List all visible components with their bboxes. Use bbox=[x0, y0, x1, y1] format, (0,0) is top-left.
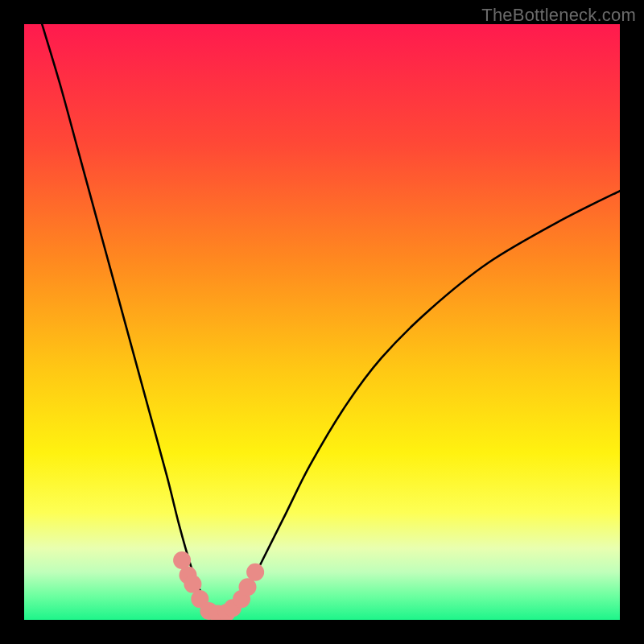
watermark-text: TheBottleneck.com bbox=[481, 5, 636, 26]
chart-background bbox=[24, 24, 620, 620]
svg-rect-0 bbox=[24, 24, 620, 620]
chart-frame bbox=[24, 24, 620, 620]
